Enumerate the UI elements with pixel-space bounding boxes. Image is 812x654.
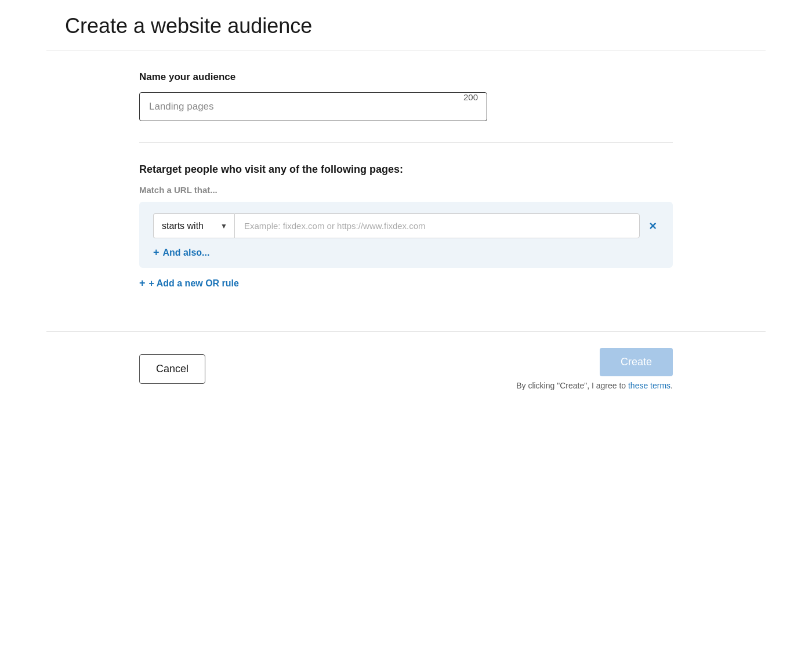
match-type-select-wrapper: starts with equals contains ▼ (153, 213, 234, 238)
audience-name-input[interactable] (139, 92, 487, 121)
terms-prefix: By clicking "Create", I agree to (516, 381, 628, 390)
dialog-title: Create a website audience (65, 14, 747, 38)
name-section: Name your audience 200 (139, 71, 673, 121)
url-rule-row: starts with equals contains ▼ × (153, 213, 659, 238)
dialog-footer: Cancel Create By clicking "Create", I ag… (46, 331, 766, 406)
and-also-button[interactable]: + And also... (153, 246, 209, 259)
match-type-select[interactable]: starts with equals contains (153, 213, 234, 238)
add-or-rule-button[interactable]: + + Add a new OR rule (139, 277, 239, 289)
terms-text: By clicking "Create", I agree to these t… (516, 381, 673, 390)
add-or-rule-label: + Add a new OR rule (149, 278, 239, 289)
footer-right: Create By clicking "Create", I agree to … (516, 348, 673, 390)
remove-rule-button[interactable]: × (647, 217, 659, 235)
rule-box: starts with equals contains ▼ × + And al… (139, 202, 673, 268)
terms-period: . (670, 381, 673, 390)
char-count: 200 (463, 92, 478, 102)
name-input-container: 200 (139, 92, 487, 121)
create-button[interactable]: Create (600, 348, 673, 376)
retarget-label: Retarget people who visit any of the fol… (139, 164, 673, 176)
section-divider-1 (139, 142, 673, 143)
plus-icon: + (153, 246, 160, 259)
terms-link[interactable]: these terms (628, 381, 670, 390)
and-also-label: And also... (163, 248, 210, 258)
dialog-container: Create a website audience Name your audi… (46, 0, 766, 406)
plus-icon-or: + (139, 277, 146, 289)
retarget-section: Retarget people who visit any of the fol… (139, 164, 673, 289)
dialog-body: Name your audience 200 Retarget people w… (46, 50, 766, 331)
match-url-label: Match a URL that... (139, 185, 673, 195)
url-input[interactable] (234, 213, 640, 238)
name-label: Name your audience (139, 71, 673, 83)
dialog-header: Create a website audience (46, 0, 766, 50)
cancel-button[interactable]: Cancel (139, 354, 205, 384)
